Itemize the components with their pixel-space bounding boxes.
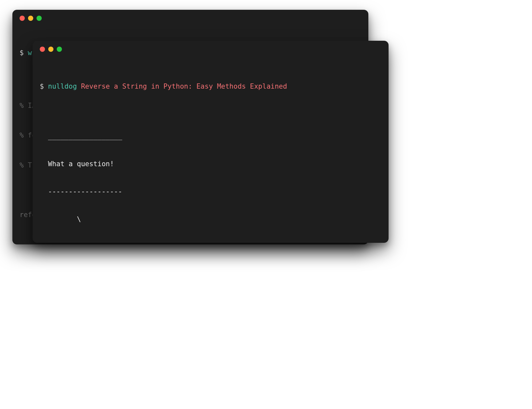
traffic-lights-front [40, 47, 381, 52]
close-button-front[interactable] [40, 47, 45, 52]
minimize-button-back[interactable] [28, 16, 33, 21]
speech-bubble-top: __________________ [40, 132, 381, 141]
dog-line: \ [40, 242, 381, 243]
minimize-button-front[interactable] [48, 47, 53, 52]
article-title: Reverse a String in Python: Easy Methods… [77, 82, 287, 90]
traffic-lights-back [20, 16, 361, 21]
speech-bubble-text: What a question! [40, 159, 381, 168]
ascii-art-block: __________________ What a question! ----… [40, 113, 381, 243]
dog-line: \ [40, 215, 381, 224]
terminal-window-front: $ nulldog Reverse a String in Python: Ea… [33, 41, 389, 243]
terminal-content-front: $ nulldog Reverse a String in Python: Ea… [40, 59, 381, 243]
close-button-back[interactable] [20, 16, 25, 21]
prompt-symbol-back: $ [20, 49, 28, 57]
maximize-button-front[interactable] [57, 47, 62, 52]
prompt-symbol-front: $ [40, 82, 48, 90]
speech-bubble-bottom: ------------------ [40, 187, 381, 196]
maximize-button-back[interactable] [37, 16, 42, 21]
prompt-cmd-front: nulldog [48, 82, 77, 90]
prompt-line-front: $ nulldog Reverse a String in Python: Ea… [40, 81, 381, 91]
